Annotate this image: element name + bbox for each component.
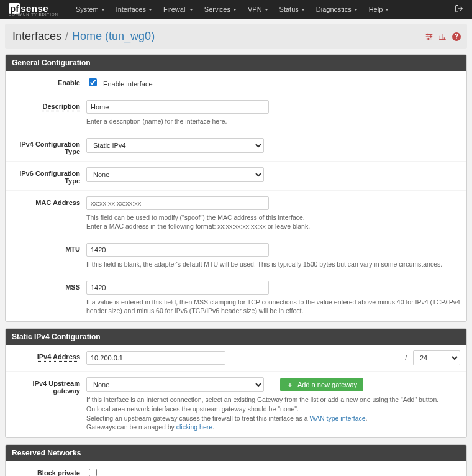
menu-help[interactable]: Help	[369, 6, 389, 13]
plus-icon: +	[286, 381, 294, 388]
chevron-down-icon	[354, 9, 358, 11]
brand-subtitle: COMMUNITY EDITION	[9, 12, 58, 16]
enable-checkbox[interactable]	[89, 78, 97, 86]
label-mss: MSS	[12, 281, 86, 291]
chevron-down-icon	[265, 9, 268, 11]
panel-reserved: Reserved Networks Block private networks…	[5, 444, 467, 476]
add-gateway-button[interactable]: + Add a new gateway	[280, 378, 363, 391]
menu-vpn[interactable]: VPN	[248, 6, 268, 13]
breadcrumb-section[interactable]: Interfaces	[12, 30, 61, 43]
chevron-down-icon	[385, 9, 389, 11]
logout-icon[interactable]	[455, 4, 463, 14]
label-v6type: IPv6 Configuration Type	[12, 167, 86, 185]
mask-slash: /	[402, 354, 409, 362]
v6type-select[interactable]: None	[86, 167, 264, 182]
mac-help1: This field can be used to modify ("spoof…	[86, 213, 460, 222]
chevron-down-icon	[189, 9, 193, 11]
label-block-private: Block private networks and loopback addr…	[12, 467, 86, 476]
label-enable: Enable	[12, 76, 86, 86]
gw-help4: Gateways can be managed by clicking here…	[86, 423, 460, 432]
breadcrumb-current[interactable]: Home (tun_wg0)	[72, 30, 155, 43]
label-v4type: IPv4 Configuration Type	[12, 138, 86, 155]
panel-ipv4: Static IPv4 Configuration IPv4 Address /…	[5, 328, 467, 438]
enable-text: Enable interface	[103, 80, 153, 88]
menu-firewall[interactable]: Firewall	[163, 6, 193, 13]
panel-title: Static IPv4 Configuration	[6, 329, 466, 345]
chart-icon[interactable]	[438, 32, 447, 41]
ipv4-address-input[interactable]	[86, 351, 225, 365]
label-mtu: MTU	[12, 243, 86, 253]
wan-type-link[interactable]: WAN type interface	[310, 414, 366, 422]
gw-help1: If this interface is an Internet connect…	[86, 395, 460, 405]
breadcrumb-sep: /	[65, 30, 68, 43]
main-menu: System Interfaces Firewall Services VPN …	[76, 6, 389, 13]
label-ipv4-address: IPv4 Address	[12, 350, 86, 360]
menu-services[interactable]: Services	[204, 6, 237, 13]
mss-input[interactable]	[86, 281, 269, 295]
menu-status[interactable]: Status	[279, 6, 305, 13]
gw-help3: Selecting an upstream gateway causes the…	[86, 414, 460, 423]
mss-help: If a value is entered in this field, the…	[86, 298, 460, 316]
help-icon[interactable]: ?	[452, 32, 461, 41]
description-input[interactable]	[86, 100, 269, 114]
label-description: Description	[12, 100, 86, 110]
panel-general: General Configuration Enable Enable inte…	[5, 54, 467, 322]
chevron-down-icon	[301, 9, 305, 11]
chevron-down-icon	[148, 9, 152, 11]
v4type-select[interactable]: Static IPv4	[86, 138, 264, 153]
ipv4-gateway-select[interactable]: None	[86, 377, 264, 392]
chevron-down-icon	[101, 9, 105, 11]
brand-logo[interactable]: pf sense COMMUNITY EDITION	[9, 3, 58, 16]
mac-help2: Enter a MAC address in the following for…	[86, 222, 460, 231]
label-mac: MAC Address	[12, 196, 86, 206]
manage-gateways-link[interactable]: clicking here	[176, 423, 212, 431]
menu-interfaces[interactable]: Interfaces	[116, 6, 152, 13]
menu-diagnostics[interactable]: Diagnostics	[316, 6, 358, 13]
block-private-checkbox[interactable]	[89, 469, 97, 476]
svg-point-5	[430, 35, 431, 37]
ipv4-mask-select[interactable]: 24	[413, 350, 460, 365]
panel-title: General Configuration	[6, 55, 466, 71]
breadcrumb: Interfaces / Home (tun_wg0) ?	[5, 24, 467, 49]
top-nav: pf sense COMMUNITY EDITION System Interf…	[0, 0, 472, 19]
mtu-input[interactable]	[86, 243, 269, 257]
svg-point-6	[428, 38, 429, 39]
sliders-icon[interactable]	[425, 32, 433, 41]
mtu-help: If this field is blank, the adapter's de…	[86, 260, 460, 269]
panel-title: Reserved Networks	[6, 445, 466, 461]
gw-help2: On local area network interfaces the ups…	[86, 405, 460, 414]
mac-input[interactable]	[86, 196, 269, 210]
label-ipv4-gateway: IPv4 Upstream gateway	[12, 377, 86, 395]
chevron-down-icon	[233, 9, 237, 11]
description-help: Enter a description (name) for the inter…	[86, 117, 460, 126]
svg-point-4	[427, 34, 429, 35]
menu-system[interactable]: System	[76, 6, 105, 13]
